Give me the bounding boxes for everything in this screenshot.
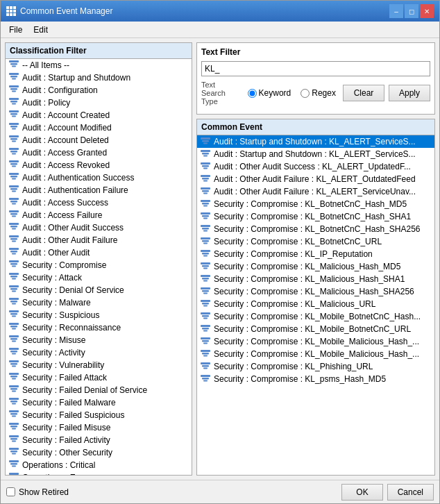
keyword-radio[interactable] (248, 89, 257, 98)
keyword-radio-option[interactable]: Keyword (248, 88, 291, 98)
event-item[interactable]: Security : Compromise : KL_IP_Reputation (197, 248, 434, 260)
classification-item[interactable]: Security : Misuse (6, 334, 192, 346)
event-item[interactable]: Audit : Other Audit Success : KL_ALERT_U… (197, 160, 434, 173)
classification-item[interactable]: Audit : Authentication Success (6, 171, 192, 184)
classification-item[interactable]: Audit : Configuration (6, 84, 192, 96)
classification-item[interactable]: Operations : Error (6, 471, 192, 475)
text-filter-input[interactable] (201, 61, 430, 76)
event-item[interactable]: Security : Compromise : KL_Malicious_Has… (197, 285, 434, 298)
classification-item[interactable]: Security : Denial Of Service (6, 284, 192, 296)
event-item[interactable]: Security : Compromise : KL_BotnetCnC_Has… (197, 198, 434, 210)
event-item[interactable]: Security : Compromise : KL_Mobile_Botnet… (197, 323, 434, 335)
close-button[interactable]: ✕ (420, 4, 434, 18)
svg-rect-97 (10, 463, 17, 465)
classification-item[interactable]: Security : Failed Misuse (6, 421, 192, 434)
event-item-label: Security : Compromise : KL_Malicious_Has… (214, 287, 414, 296)
svg-rect-50 (12, 265, 16, 267)
classification-item[interactable]: Audit : Other Audit (6, 246, 192, 259)
classification-item[interactable]: Security : Attack (6, 271, 192, 284)
classification-item[interactable]: Security : Other Security (6, 446, 192, 459)
classification-item[interactable]: Audit : Access Granted (6, 146, 192, 159)
show-retired-label[interactable]: Show Retired (6, 487, 69, 497)
classification-item[interactable]: Audit : Access Revoked (6, 159, 192, 171)
classification-item[interactable]: Security : Compromise (6, 259, 192, 271)
event-item[interactable]: Security : Compromise : KL_Malicious_Has… (197, 260, 434, 273)
apply-button[interactable]: Apply (389, 85, 430, 101)
classification-item[interactable]: Audit : Access Success (6, 196, 192, 209)
classification-item[interactable]: Security : Failed Attack (6, 371, 192, 384)
classification-filter-list[interactable]: -- All Items -- Audit : Startup and Shut… (6, 59, 192, 475)
classification-item[interactable]: Security : Malware (6, 296, 192, 309)
classification-item[interactable]: Operations : Critical (6, 459, 192, 471)
classification-item[interactable]: Security : Suspicious (6, 309, 192, 321)
event-item[interactable]: Security : Compromise : KL_BotnetCnC_URL (197, 235, 434, 248)
classification-item[interactable]: Audit : Account Created (6, 109, 192, 121)
show-retired-checkbox[interactable] (6, 487, 15, 496)
main-window: Common Event Manager – ◻ ✕ File Edit Cla… (0, 0, 440, 504)
event-item[interactable]: Security : Compromise : KL_psms_Hash_MD5 (197, 373, 434, 385)
filter-icon (9, 348, 19, 358)
maximize-button[interactable]: ◻ (405, 4, 418, 18)
classification-item[interactable]: Audit : Authentication Failure (6, 184, 192, 196)
event-item-icon (200, 137, 211, 146)
svg-rect-89 (12, 428, 16, 429)
svg-rect-0 (9, 60, 19, 62)
classification-item[interactable]: Audit : Account Deleted (6, 134, 192, 146)
event-item[interactable]: Audit : Other Audit Failure : KL_ALERT_S… (197, 185, 434, 198)
filter-icon (9, 385, 19, 396)
svg-rect-94 (10, 451, 17, 453)
regex-radio[interactable] (301, 89, 310, 98)
classification-item-icon (8, 335, 19, 345)
event-item[interactable]: Security : Compromise : KL_Mobile_Malici… (197, 335, 434, 348)
filter-icon (9, 185, 19, 196)
filter-icon (9, 448, 19, 458)
classification-item[interactable]: -- All Items -- (6, 59, 192, 72)
event-item-icon (200, 362, 211, 371)
ok-button[interactable]: OK (341, 484, 382, 501)
classification-item[interactable]: Audit : Policy (6, 96, 192, 109)
event-item[interactable]: Security : Compromise : KL_Phishing_URL (197, 360, 434, 373)
cancel-button[interactable]: Cancel (387, 484, 434, 501)
svg-rect-14 (12, 115, 16, 117)
classification-item[interactable]: Security : Failed Denial of Service (6, 384, 192, 396)
svg-rect-169 (202, 378, 209, 380)
event-item[interactable]: Security : Compromise : KL_Mobile_Botnet… (197, 310, 434, 323)
menu-edit[interactable]: Edit (28, 24, 53, 36)
svg-rect-82 (10, 401, 17, 403)
classification-item-label: Audit : Access Revoked (22, 160, 110, 170)
event-item[interactable]: Security : Compromise : KL_BotnetCnC_Has… (197, 210, 434, 223)
event-item[interactable]: Audit : Startup and Shutdown : KL_ALERT_… (197, 135, 434, 148)
classification-item[interactable]: Audit : Account Modified (6, 121, 192, 134)
classification-item[interactable]: Security : Failed Suspicious (6, 409, 192, 421)
filter-icon (9, 60, 19, 71)
classification-item[interactable]: Security : Reconnaissance (6, 321, 192, 334)
svg-rect-22 (10, 151, 17, 153)
minimize-button[interactable]: – (389, 4, 403, 18)
event-item[interactable]: Audit : Startup and Shutdown : KL_ALERT_… (197, 148, 434, 160)
menu-file[interactable]: File (3, 24, 28, 36)
svg-rect-25 (10, 163, 17, 165)
svg-rect-135 (201, 237, 210, 240)
event-item[interactable]: Security : Compromise : KL_BotnetCnC_Has… (197, 223, 434, 235)
classification-item[interactable]: Audit : Other Audit Failure (6, 234, 192, 246)
svg-rect-149 (203, 293, 208, 294)
classification-item-icon (8, 210, 19, 220)
bottom-buttons: OK Cancel (341, 484, 434, 501)
classification-item[interactable]: Security : Vulnerability (6, 359, 192, 371)
classification-item[interactable]: Audit : Access Failure (6, 209, 192, 221)
classification-item[interactable]: Security : Activity (6, 346, 192, 359)
clear-button[interactable]: Clear (343, 85, 384, 101)
event-list[interactable]: Audit : Startup and Shutdown : KL_ALERT_… (197, 135, 434, 475)
classification-item[interactable]: Security : Failed Malware (6, 396, 192, 409)
event-item-icon (200, 287, 211, 296)
event-item[interactable]: Security : Compromise : KL_Malicious_Has… (197, 273, 434, 285)
event-item[interactable]: Security : Compromise : KL_Mobile_Malici… (197, 348, 434, 360)
regex-radio-option[interactable]: Regex (301, 88, 336, 98)
event-item[interactable]: Audit : Other Audit Failure : KL_ALERT_O… (197, 173, 434, 185)
svg-rect-15 (9, 123, 19, 125)
svg-rect-134 (203, 230, 208, 232)
classification-item[interactable]: Security : Failed Activity (6, 434, 192, 446)
classification-item[interactable]: Audit : Other Audit Success (6, 221, 192, 234)
classification-item[interactable]: Audit : Startup and Shutdown (6, 72, 192, 84)
event-item[interactable]: Security : Compromise : KL_Malicious_URL (197, 298, 434, 310)
